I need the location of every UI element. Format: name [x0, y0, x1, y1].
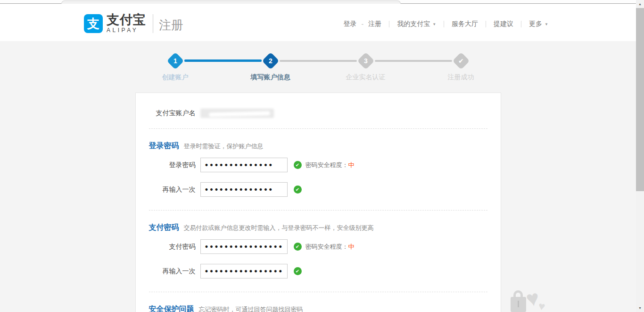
step-4-badge: ✔ — [452, 52, 470, 70]
pay-password-confirm-label: 再输入一次 — [136, 267, 196, 276]
security-question-section-header: 安全保护问题 忘记密码时，可通过回答问题找回密码 — [136, 304, 501, 312]
registration-step-indicator: 1 创建账户 2 填写账户信息 3 企业实名认证 ✔ — [0, 41, 636, 88]
scrollbar-up-arrow-icon[interactable]: ▲ — [636, 0, 644, 8]
pay-password-label: 支付密码 — [136, 243, 196, 251]
alipay-logo[interactable]: 支 支付宝 ALIPAY 注册 — [84, 14, 183, 34]
nav-more-link[interactable]: 更多 — [529, 20, 542, 28]
valid-check-icon: ✔ — [294, 243, 302, 251]
login-password-section-desc: 登录时需验证，保护账户信息 — [184, 142, 264, 151]
account-name-label: 支付宝账户名 — [136, 109, 196, 118]
nav-separator — [444, 21, 444, 27]
valid-check-icon: ✔ — [294, 161, 302, 169]
step-create-account: 1 创建账户 — [166, 52, 184, 70]
step-fill-account-info: 2 填写账户信息 — [262, 52, 280, 70]
step-1-label: 创建账户 — [138, 73, 213, 82]
section-divider — [149, 128, 487, 129]
login-password-section-header: 登录密码 登录时需验证，保护账户信息 — [136, 141, 501, 151]
security-question-section-desc: 忘记密码时，可通过回答问题找回密码 — [199, 305, 303, 312]
account-name-row: 支付宝账户名 — [136, 109, 501, 118]
scrollbar-down-arrow-icon[interactable]: ▼ — [636, 304, 644, 312]
pay-password-confirm-input[interactable] — [200, 264, 288, 278]
step-3-badge: 3 — [357, 52, 374, 70]
pay-password-section-desc: 交易付款或账户信息更改时需输入，与登录密码不一样，安全级别更高 — [184, 224, 374, 232]
vertical-scrollbar[interactable]: ▲ ▼ — [636, 0, 644, 312]
site-header: 支 支付宝 ALIPAY 注册 登录 - 注册 我的支付宝 ▼ 服务大厅 提建议 — [0, 4, 636, 41]
account-info-form-card: 支付宝账户名 登录密码 登录时需验证，保护账户信息 登录密码 ✔ 密码安全程度：… — [135, 93, 501, 312]
nav-register-link[interactable]: 注册 — [368, 20, 381, 28]
nav-my-alipay-link[interactable]: 我的支付宝 — [397, 20, 430, 28]
nav-dash: - — [361, 20, 363, 28]
alipay-logo-icon: 支 — [84, 14, 103, 33]
step-enterprise-verify: 3 企业实名认证 — [357, 52, 375, 70]
valid-check-icon: ✔ — [294, 186, 302, 194]
top-nav: 登录 - 注册 我的支付宝 ▼ 服务大厅 提建议 更多 ▼ — [343, 20, 548, 28]
login-password-confirm-input[interactable] — [200, 182, 288, 197]
pay-password-row: 支付密码 ✔ 密码安全程度：中 — [136, 239, 501, 254]
login-password-confirm-row: 再输入一次 ✔ — [136, 182, 501, 197]
chevron-down-icon[interactable]: ▼ — [432, 22, 436, 26]
pay-password-section-header: 支付密码 交易付款或账户信息更改时需输入，与登录密码不一样，安全级别更高 — [136, 223, 501, 233]
heart-icon: ♥ — [537, 299, 546, 312]
decorative-graphics: ♥ ♥ — [509, 290, 556, 312]
strength-level-value: 中 — [348, 161, 355, 169]
pay-password-input[interactable] — [200, 239, 288, 254]
login-password-confirm-label: 再输入一次 — [136, 186, 196, 194]
browser-tab[interactable] — [61, 0, 401, 4]
pay-password-confirm-row: 再输入一次 ✔ — [136, 264, 501, 278]
security-question-section-title: 安全保护问题 — [149, 304, 194, 312]
password-strength-text: 密码安全程度：中 — [305, 243, 355, 251]
step-2-badge: 2 — [262, 52, 279, 70]
brand-text: 支付宝 ALIPAY — [107, 14, 146, 34]
login-password-label: 登录密码 — [136, 161, 196, 169]
account-name-redacted-value — [200, 109, 274, 118]
step-connector — [280, 60, 357, 62]
section-divider — [149, 292, 487, 292]
nav-separator — [389, 21, 389, 27]
pay-password-section-title: 支付密码 — [149, 223, 179, 233]
page-title: 注册 — [159, 17, 183, 34]
check-icon: ✔ — [458, 57, 464, 65]
section-divider — [149, 210, 487, 211]
browser-top-strip — [0, 0, 644, 4]
nav-separator — [521, 21, 521, 27]
login-password-input[interactable] — [200, 158, 288, 172]
strength-level-value: 中 — [348, 243, 355, 250]
browser-viewport: 支 支付宝 ALIPAY 注册 登录 - 注册 我的支付宝 ▼ 服务大厅 提建议 — [0, 0, 644, 312]
step-connector-active — [184, 59, 262, 62]
step-2-label: 填写账户信息 — [233, 73, 308, 82]
scrollbar-thumb[interactable] — [636, 8, 644, 191]
step-3-label: 企业实名认证 — [328, 73, 404, 82]
step-register-success: ✔ 注册成功 — [452, 52, 470, 70]
step-connector — [375, 60, 452, 62]
step-4-label: 注册成功 — [423, 73, 499, 82]
brand-name-cn: 支付宝 — [107, 14, 146, 26]
nav-service-hall-link[interactable]: 服务大厅 — [452, 20, 478, 28]
password-strength-text: 密码安全程度：中 — [305, 161, 355, 169]
nav-login-link[interactable]: 登录 — [343, 20, 356, 28]
step-1-badge: 1 — [166, 52, 184, 70]
nav-feedback-link[interactable]: 提建议 — [494, 20, 513, 28]
brand-name-en: ALIPAY — [107, 27, 146, 34]
login-password-section-title: 登录密码 — [149, 141, 179, 151]
nav-separator — [486, 21, 486, 27]
chevron-down-icon[interactable]: ▼ — [545, 22, 548, 26]
login-password-row: 登录密码 ✔ 密码安全程度：中 — [136, 158, 501, 172]
logo-divider — [153, 14, 153, 33]
valid-check-icon: ✔ — [294, 267, 302, 275]
